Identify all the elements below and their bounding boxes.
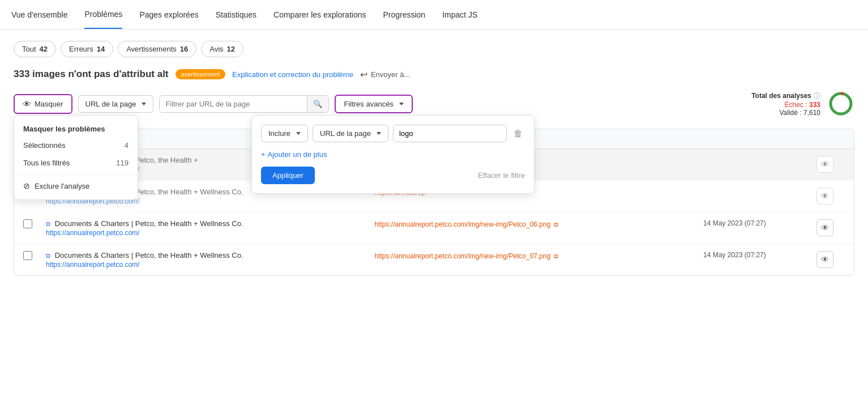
masquer-tous-filtres-label: Tous les filtrés — [23, 159, 70, 167]
total-analyses: Total des analyses ⓘ Échec : 333 Validé … — [751, 90, 854, 117]
actions-cell: 👁 — [816, 251, 845, 268]
url-page-filter-label: URL de la page — [320, 129, 371, 138]
image-url-link[interactable]: https://annualreport.petco.com/img/new-i… — [375, 252, 551, 260]
donut-chart — [827, 90, 854, 117]
add-more-filter[interactable]: + Ajouter un de plus — [261, 150, 525, 159]
filter-tab-tout-label: Tout — [22, 45, 36, 53]
total-valide: Validé : 7,610 — [751, 109, 820, 117]
problem-title-row: 333 images n'ont pas d'attribut alt aver… — [14, 69, 854, 80]
advanced-filter-panel: Inclure URL de la page 🗑 + Ajouter un de… — [251, 115, 535, 194]
total-analyses-text: Total des analyses ⓘ Échec : 333 Validé … — [751, 91, 820, 117]
chevron-down-icon — [142, 103, 146, 105]
delete-filter-button[interactable]: 🗑 — [511, 126, 525, 141]
actions-cell: 👁 — [816, 156, 845, 173]
ext-link-icon: ⧉ — [46, 220, 50, 227]
page-info: ⧉ Documents & Charters | Petco, the Heal… — [46, 251, 375, 269]
filter-tab-avis[interactable]: Avis 12 — [201, 41, 243, 57]
eye-view-button[interactable]: 👁 — [816, 219, 833, 236]
masquer-selectionnes-label: Sélectionnés — [23, 141, 65, 150]
advanced-filter-row: Inclure URL de la page 🗑 — [261, 125, 525, 142]
problem-explanation-link[interactable]: Explication et correction du problème — [232, 70, 353, 79]
filter-tab-avertissements-label: Avertissements — [126, 45, 177, 53]
image-url-link[interactable]: https://annualreport.petco.com/img/new-i… — [375, 220, 551, 228]
filter-tab-erreurs-count: 14 — [97, 45, 105, 53]
date-cell: 14 May 2023 (07:27) — [703, 219, 816, 227]
filter-tab-tout[interactable]: Tout 42 — [14, 41, 56, 57]
nav-statistiques[interactable]: Statistiques — [216, 1, 256, 28]
masquer-button[interactable]: 👁 Masquer — [14, 94, 72, 114]
add-more-label: Ajouter un de plus — [268, 150, 327, 159]
exclure-analyse[interactable]: ⊘ Exclure l'analyse — [14, 177, 138, 195]
inclure-dropdown[interactable]: Inclure — [261, 125, 308, 142]
search-input[interactable] — [160, 96, 307, 112]
page-title-text: ⧉ Documents & Charters | Petco, the Heal… — [46, 219, 375, 228]
masquer-label: Masquer — [35, 100, 63, 108]
chevron-inclure-icon — [296, 132, 301, 135]
appliquer-button[interactable]: Appliquer — [261, 167, 315, 184]
filter-tab-erreurs-label: Erreurs — [69, 45, 93, 53]
masquer-selectionnes-count: 4 — [125, 141, 129, 150]
actions-cell: 👁 — [816, 219, 845, 236]
ext-link-icon: ⧉ — [46, 252, 50, 259]
search-wrapper: 🔍 — [159, 95, 329, 113]
filter-actions: Appliquer Effacer le filtre — [261, 167, 525, 184]
masquer-tous-filtres-count: 119 — [116, 159, 129, 167]
send-to-icon: ↩ — [360, 69, 367, 80]
toolbar-row: 👁 Masquer URL de la page 🔍 Filtres avanc… — [14, 90, 854, 117]
send-to[interactable]: ↩ Envoyer à... — [360, 69, 410, 80]
col-actions — [816, 135, 845, 143]
main-content: Tout 42 Erreurs 14 Avertissements 16 Avi… — [0, 29, 868, 287]
filter-tab-erreurs[interactable]: Erreurs 14 — [61, 41, 113, 57]
row-checkbox[interactable] — [23, 251, 32, 260]
search-button[interactable]: 🔍 — [307, 96, 328, 112]
nav-impact-js[interactable]: Impact JS — [442, 1, 477, 28]
eye-view-button[interactable]: 👁 — [816, 156, 833, 173]
chevron-url-page-icon — [377, 132, 381, 135]
filter-tabs: Tout 42 Erreurs 14 Avertissements 16 Avi… — [14, 41, 854, 57]
image-url-cell: https://annualreport.petco.com/img/new-i… — [375, 219, 704, 228]
inclure-label: Inclure — [268, 129, 290, 138]
filter-tab-tout-count: 42 — [40, 45, 48, 53]
nav-progression[interactable]: Progression — [383, 1, 425, 28]
col-date — [703, 135, 816, 143]
nav-comparer[interactable]: Comparer les explorations — [273, 1, 366, 28]
nav-pages-explorees[interactable]: Pages explorées — [139, 1, 198, 28]
url-page-filter-dropdown[interactable]: URL de la page — [313, 125, 388, 142]
masquer-selectionnes[interactable]: Sélectionnés 4 — [14, 137, 138, 154]
search-icon: 🔍 — [313, 100, 323, 108]
filter-tab-avertissements-count: 16 — [180, 45, 188, 53]
filter-tab-avis-count: 12 — [227, 45, 235, 53]
ext-icon-image: ⧉ — [554, 221, 558, 228]
masquer-tous-filtres[interactable]: Tous les filtrés 119 — [14, 154, 138, 172]
effacer-button[interactable]: Effacer le filtre — [478, 171, 525, 180]
problem-badge: avertissement — [176, 69, 225, 79]
page-title-text: ⧉ Documents & Charters | Petco, the Heal… — [46, 251, 375, 260]
url-de-la-page-dropdown[interactable]: URL de la page — [78, 95, 154, 113]
total-analyses-title: Total des analyses — [751, 92, 811, 100]
filter-tab-avis-label: Avis — [209, 45, 223, 53]
info-icon: ⓘ — [814, 91, 820, 101]
date-cell: 14 May 2023 (07:27) — [703, 251, 816, 259]
svg-point-0 — [831, 93, 851, 114]
eye-icon: 👁 — [23, 99, 31, 109]
eye-view-button[interactable]: 👁 — [816, 251, 833, 268]
page-url-link[interactable]: https://annualreport.petco.com/ — [46, 229, 139, 237]
exclure-label: Exclure l'analyse — [35, 182, 89, 190]
image-url-cell: https://annualreport.petco.com/img/new-i… — [375, 251, 704, 260]
filtres-avances-label: Filtres avancés — [344, 100, 393, 108]
eye-view-button[interactable]: 👁 — [816, 188, 833, 205]
page-url-link[interactable]: https://annualreport.petco.com/ — [46, 261, 139, 269]
filter-tab-avertissements[interactable]: Avertissements 16 — [118, 41, 196, 57]
ext-icon-image: ⧉ — [554, 253, 558, 260]
filter-value-input[interactable] — [393, 125, 507, 142]
problem-title: 333 images n'ont pas d'attribut alt — [14, 69, 169, 80]
table-row: ⧉ Documents & Charters | Petco, the Heal… — [14, 212, 854, 244]
send-to-label: Envoyer à... — [371, 70, 410, 79]
masquer-dropdown: Masquer les problèmes Sélectionnés 4 Tou… — [14, 115, 138, 200]
nav-vue-ensemble[interactable]: Vue d'ensemble — [11, 1, 67, 28]
exclure-icon: ⊘ — [23, 181, 30, 190]
chevron-down-icon-2 — [399, 103, 404, 105]
nav-problemes[interactable]: Problèmes — [84, 1, 122, 29]
row-checkbox[interactable] — [23, 219, 32, 228]
filtres-avances-button[interactable]: Filtres avancés — [335, 95, 412, 113]
